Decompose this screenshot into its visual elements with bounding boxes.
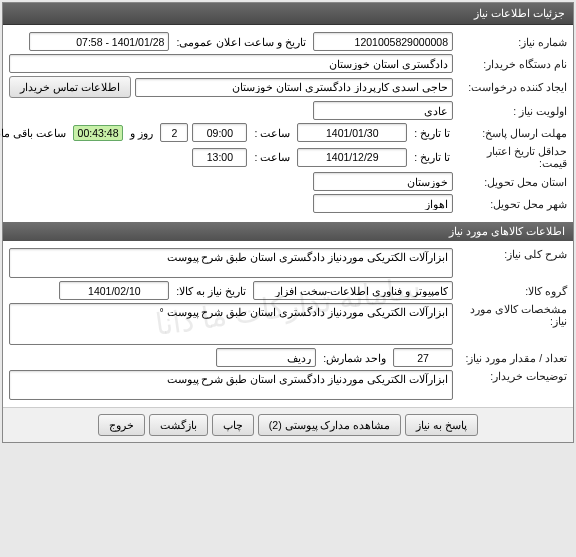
qty-field[interactable] — [393, 348, 453, 367]
valid-time-field[interactable] — [192, 148, 247, 167]
buyer-note-label: توضیحات خریدار: — [457, 370, 567, 382]
remain-label: ساعت باقی مانده — [0, 127, 69, 139]
respond-button[interactable]: پاسخ به نیاز — [405, 414, 478, 436]
titlebar: جزئیات اطلاعات نیاز — [3, 3, 573, 25]
buyer-label: نام دستگاه خریدار: — [457, 58, 567, 70]
deliv-prov-label: استان محل تحویل: — [457, 176, 567, 188]
announce-label: تاریخ و ساعت اعلان عمومی: — [173, 36, 309, 48]
desc-label: شرح کلی نیاز: — [457, 248, 567, 260]
need-date-field[interactable] — [59, 281, 169, 300]
deliv-city-field[interactable] — [313, 194, 453, 213]
time-label-2: ساعت : — [251, 151, 293, 163]
goods-area: شرح کلی نیاز: گروه کالا: تاریخ نیاز به ک… — [3, 241, 573, 407]
announce-field[interactable] — [29, 32, 169, 51]
need-date-label: تاریخ نیاز به کالا: — [173, 285, 249, 297]
req-no-field[interactable] — [313, 32, 453, 51]
print-button[interactable]: چاپ — [212, 414, 254, 436]
window: جزئیات اطلاعات نیاز شماره نیاز: تاریخ و … — [2, 2, 574, 443]
deadline-date-field[interactable] — [297, 123, 407, 142]
deadline-time-field[interactable] — [192, 123, 247, 142]
spec-field[interactable] — [9, 303, 453, 345]
qty-label: تعداد / مقدار مورد نیاز: — [457, 352, 567, 364]
deliv-prov-field[interactable] — [313, 172, 453, 191]
buyer-note-field[interactable] — [9, 370, 453, 400]
back-button[interactable]: بازگشت — [149, 414, 208, 436]
deadline-label: مهلت ارسال پاسخ: — [457, 127, 567, 139]
unit-label: واحد شمارش: — [320, 352, 389, 364]
buyer-contact-button[interactable]: اطلاعات تماس خریدار — [9, 76, 131, 98]
unit-field[interactable] — [216, 348, 316, 367]
to-date-label: تا تاریخ : — [411, 127, 453, 139]
spec-label: مشخصات کالای مورد نیاز: — [457, 303, 567, 327]
priority-label: اولویت نیاز : — [457, 105, 567, 117]
goods-section-header: اطلاعات کالاهای مورد نیاز — [3, 222, 573, 241]
attachments-button[interactable]: مشاهده مدارک پیوستی (2) — [258, 414, 402, 436]
window-title: جزئیات اطلاعات نیاز — [474, 7, 565, 19]
valid-date-field[interactable] — [297, 148, 407, 167]
footer-bar: پاسخ به نیاز مشاهده مدارک پیوستی (2) چاپ… — [3, 407, 573, 442]
group-label: گروه کالا: — [457, 285, 567, 297]
exit-button[interactable]: خروج — [98, 414, 145, 436]
valid-label: حداقل تاریخ اعتبار قیمت: — [457, 145, 567, 169]
to-date-label-2: تا تاریخ : — [411, 151, 453, 163]
creator-label: ایجاد کننده درخواست: — [457, 81, 567, 93]
group-field[interactable] — [253, 281, 453, 300]
deliv-city-label: شهر محل تحویل: — [457, 198, 567, 210]
req-no-label: شماره نیاز: — [457, 36, 567, 48]
buyer-field[interactable] — [9, 54, 453, 73]
time-label-1: ساعت : — [251, 127, 293, 139]
desc-field[interactable] — [9, 248, 453, 278]
days-label: روز و — [127, 127, 156, 139]
need-info-area: شماره نیاز: تاریخ و ساعت اعلان عمومی: نا… — [3, 25, 573, 220]
countdown-timer: 00:43:48 — [73, 125, 124, 141]
creator-field[interactable] — [135, 78, 453, 97]
priority-field[interactable] — [313, 101, 453, 120]
days-field[interactable] — [160, 123, 188, 142]
